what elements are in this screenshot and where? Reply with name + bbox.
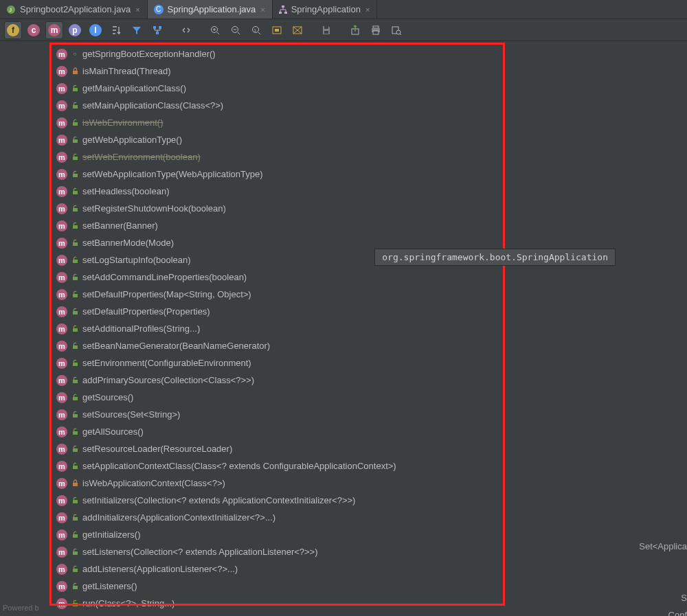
method-icon: m [56,598,67,609]
svg-rect-18 [373,26,379,28]
structure-method-row[interactable]: mgetSources() [52,389,506,406]
structure-method-row[interactable]: msetAddCommandLineProperties(boolean) [52,269,506,286]
expand-button[interactable] [177,21,195,39]
svg-rect-29 [73,174,78,177]
zoom-in-button[interactable] [206,21,224,39]
filter-inner-button[interactable]: I [87,21,104,39]
structure-method-row[interactable]: mrun(Class<?>, String...) [52,595,506,612]
public-visibility-icon [71,153,78,161]
tab-close-icon[interactable]: × [259,5,266,14]
powered-by-label: Powered b [3,604,39,612]
structure-method-row[interactable]: msetDefaultProperties(Map<String, Object… [52,286,506,303]
zoom-reset-button[interactable]: 1 [247,21,265,39]
structure-method-row[interactable]: msetResourceLoader(ResourceLoader) [52,440,506,457]
structure-method-row[interactable]: msetBeanNameGenerator(BeanNameGenerator) [52,337,506,354]
svg-rect-30 [73,191,78,194]
filter-fields-button[interactable]: f [4,21,22,39]
public-visibility-icon [71,600,78,607]
method-icon: m [56,426,67,437]
method-icon: m [56,529,67,540]
method-icon: m [56,306,67,317]
tab-close-icon[interactable]: × [364,5,371,14]
structure-method-row[interactable]: misWebEnvironment() [52,114,506,131]
structure-method-row[interactable]: msetBanner(Banner) [52,217,506,234]
svg-rect-34 [73,260,78,263]
method-signature: addInitializers(ApplicationContextInitia… [82,512,275,523]
public-visibility-icon [71,119,78,126]
structure-method-row[interactable]: mgetInitializers() [52,526,506,543]
structure-method-row[interactable]: msetEnvironment(ConfigurableEnvironment) [52,354,506,372]
tab-close-icon[interactable]: × [134,5,141,14]
return-type-hint: S [681,593,687,603]
public-visibility-icon [71,376,78,384]
method-signature: setRegisterShutdownHook(boolean) [82,203,226,214]
structure-method-row[interactable]: msetMainApplicationClass(Class<?>) [52,97,506,114]
editor-tab[interactable]: CSpringApplication.java× [148,0,273,19]
constructors-icon: c [27,24,40,36]
tab-label: Springboot2Application.java [20,4,131,14]
structure-method-row[interactable]: msetWebEnvironment(boolean) [52,148,506,166]
preview-button[interactable] [387,21,405,39]
method-icon: m [56,358,67,369]
return-type-hint: Set<Applica [639,541,687,551]
structure-method-row[interactable]: msetListeners(Collection<? extends Appli… [52,543,506,560]
structure-method-row[interactable]: maddListeners(ApplicationListener<?>...) [52,560,506,578]
svg-rect-37 [73,311,78,315]
svg-rect-3 [279,12,282,14]
java-class-icon: C [153,4,164,15]
method-icon: m [56,478,67,489]
structure-method-row[interactable]: mgetWebApplicationType() [52,131,506,148]
structure-method-row[interactable]: misWebApplicationContext(Class<?>) [52,475,506,492]
structure-method-row[interactable]: misMainThread(Thread) [52,62,506,80]
svg-rect-16 [324,31,328,34]
structure-method-row[interactable]: msetInitializers(Collection<? extends Ap… [52,492,506,509]
method-icon: m [56,444,67,455]
structure-method-row[interactable]: m○getSpringBootExceptionHandler() [52,45,506,62]
editor-tab[interactable]: SpringApplication× [273,0,378,19]
structure-method-row[interactable]: msetApplicationContextClass(Class<? exte… [52,457,506,475]
structure-method-row[interactable]: mgetMainApplicationClass() [52,80,506,97]
layout-button[interactable] [148,21,166,39]
method-signature: setLogStartupInfo(boolean) [82,255,191,265]
svg-rect-28 [73,157,78,160]
method-signature: getWebApplicationType() [82,135,182,145]
svg-rect-6 [159,26,161,29]
method-signature: setEnvironment(ConfigurableEnvironment) [82,358,251,368]
structure-method-row[interactable]: msetRegisterShutdownHook(boolean) [52,200,506,217]
editor-tab-bar: JSpringboot2Application.java×CSpringAppl… [0,0,687,19]
public-visibility-icon [71,428,78,435]
filter-methods-button[interactable]: m [45,21,63,39]
structure-method-row[interactable]: maddInitializers(ApplicationContextIniti… [52,509,506,526]
structure-method-row[interactable]: maddPrimarySources(Collection<Class<?>>) [52,372,506,389]
fit-content-button[interactable] [268,21,286,39]
structure-method-row[interactable]: msetSources(Set<String>) [52,406,506,423]
svg-rect-25 [73,105,78,109]
public-visibility-icon [71,342,78,350]
method-icon: m [56,220,67,231]
filter-properties-button[interactable]: p [66,21,84,39]
editor-tab[interactable]: JSpringboot2Application.java× [0,0,148,19]
structure-method-row[interactable]: msetWebApplicationType(WebApplicationTyp… [52,166,506,183]
export-button[interactable] [346,21,364,39]
filter-constructors-button[interactable]: c [25,21,43,39]
package-visibility-icon: ○ [71,51,78,57]
zoom-out-button[interactable] [227,21,245,39]
structure-method-row[interactable]: msetHeadless(boolean) [52,183,506,200]
svg-rect-24 [73,88,78,91]
structure-method-row[interactable]: msetAdditionalProfiles(String...) [52,320,506,337]
structure-method-row[interactable]: msetDefaultProperties(Properties) [52,303,506,320]
structure-method-row[interactable]: mgetAllSources() [52,423,506,440]
save-button[interactable] [317,21,335,39]
public-visibility-icon [71,187,78,195]
public-visibility-icon [71,582,78,590]
structure-method-row[interactable]: mgetListeners() [52,578,506,595]
svg-rect-20 [373,31,379,34]
sort-alpha-button[interactable] [107,21,125,39]
public-visibility-icon [71,102,78,109]
svg-rect-32 [73,225,78,229]
public-visibility-icon [71,273,78,281]
print-button[interactable] [367,21,385,39]
fit-selection-button[interactable] [289,21,306,39]
method-signature: setBanner(Banner) [82,220,158,231]
filter-button[interactable] [128,21,146,39]
